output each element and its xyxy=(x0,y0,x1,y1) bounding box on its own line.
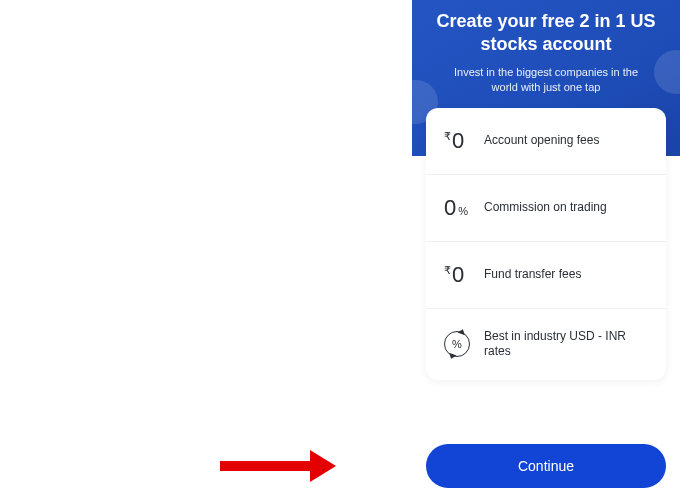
continue-button[interactable]: Continue xyxy=(426,444,666,488)
feature-label: Commission on trading xyxy=(484,200,607,216)
feature-label: Fund transfer fees xyxy=(484,267,581,283)
cta-container: Continue xyxy=(412,428,680,500)
annotation-arrow xyxy=(220,450,336,482)
feature-row-rates: % Best in industry USD - INR rates xyxy=(426,309,666,380)
feature-label: Account opening fees xyxy=(484,133,599,149)
hero-title: Create your free 2 in 1 US stocks accoun… xyxy=(430,10,662,57)
zero-percent-icon: 0 % xyxy=(444,195,484,221)
hero-subtitle: Invest in the biggest companies in the w… xyxy=(430,65,662,96)
feature-label: Best in industry USD - INR rates xyxy=(484,329,648,360)
feature-row-account-fees: ₹ 0 Account opening fees xyxy=(426,108,666,175)
arrow-head-icon xyxy=(310,450,336,482)
feature-row-commission: 0 % Commission on trading xyxy=(426,175,666,242)
rupee-zero-icon: ₹ 0 xyxy=(444,128,484,154)
feature-row-transfer-fees: ₹ 0 Fund transfer fees xyxy=(426,242,666,309)
arrow-line xyxy=(220,461,310,471)
exchange-rate-icon: % xyxy=(444,331,484,357)
features-card: ₹ 0 Account opening fees 0 % Commission … xyxy=(426,108,666,380)
onboarding-screen: Create your free 2 in 1 US stocks accoun… xyxy=(412,0,680,500)
rupee-zero-icon: ₹ 0 xyxy=(444,262,484,288)
